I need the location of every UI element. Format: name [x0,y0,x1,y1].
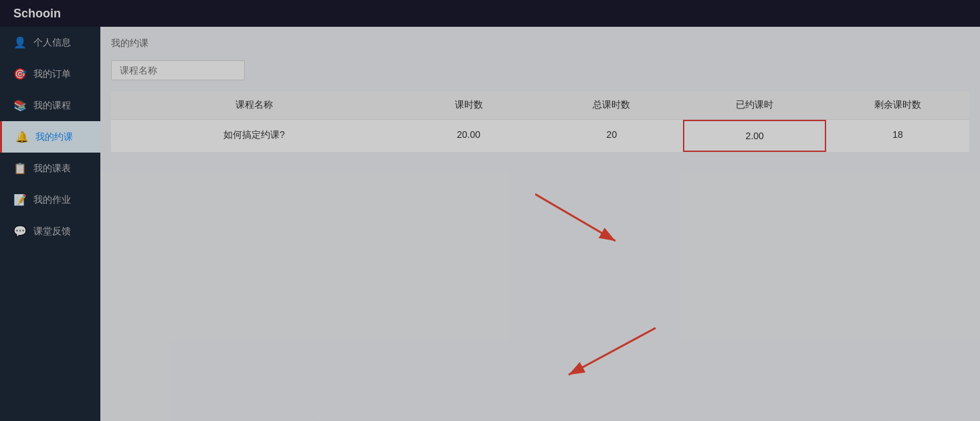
modal-overlay: 选择上课课节 剩余课时: 18 已选课时: 1 × teacher lily [0,0,980,421]
svg-line-4 [569,328,656,375]
svg-line-2 [535,194,615,241]
